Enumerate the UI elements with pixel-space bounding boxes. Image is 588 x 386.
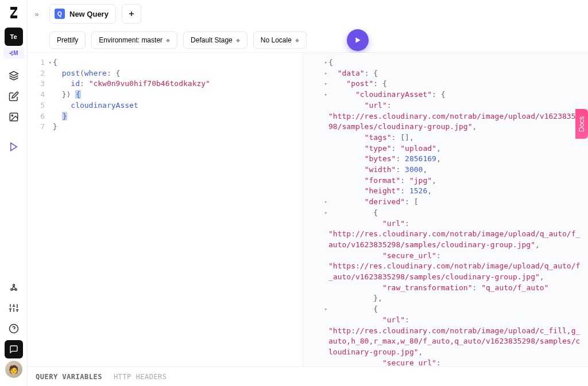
caret-icon: ◆ [166, 37, 170, 43]
query-tab-title: New Query [69, 10, 109, 18]
query-tab[interactable]: Q New Query [49, 4, 116, 24]
docs-tab[interactable]: Docs [575, 109, 588, 139]
toolbar: Prettify Environment: master◆ Default St… [28, 28, 588, 53]
query-variables-tab[interactable]: QUERY VARIABLES [36, 373, 102, 381]
sidebar-item-edit[interactable] [5, 87, 23, 106]
query-editor[interactable]: 1▾{2 post(where: {3 id: "ckw0n9vu0hif70b… [28, 53, 303, 366]
http-headers-tab[interactable]: HTTP HEADERS [114, 373, 167, 381]
svg-point-6 [13, 284, 14, 286]
sidebar-item-help[interactable] [5, 319, 23, 338]
project-selector[interactable]: Te [5, 28, 23, 46]
sidebar-item-playground[interactable] [5, 138, 23, 156]
tab-bar: » Q New Query [28, 0, 588, 28]
result-pane[interactable]: ▾{▾ "data": {▾ "post": {▾ "cloudinaryAss… [303, 53, 588, 366]
query-badge: Q [55, 9, 65, 19]
svg-marker-0 [9, 72, 18, 76]
app-logo[interactable] [7, 6, 21, 20]
sidebar-item-webhooks[interactable] [5, 278, 23, 297]
stage-select[interactable]: Default Stage◆ [183, 32, 247, 49]
locale-select[interactable]: No Locale◆ [253, 32, 307, 49]
caret-icon: ◆ [236, 37, 240, 43]
svg-marker-3 [10, 143, 17, 151]
environment-select[interactable]: Environment: master◆ [91, 32, 177, 49]
svg-marker-20 [355, 37, 360, 42]
sidebar: Te ⊰M 🧑 [0, 0, 28, 386]
collapse-sidebar-icon[interactable]: » [30, 7, 44, 21]
caret-icon: ◆ [295, 37, 299, 43]
sidebar-item-layers[interactable] [5, 67, 23, 85]
sidebar-item-settings[interactable] [5, 299, 23, 317]
run-query-button[interactable] [347, 29, 369, 51]
prettify-button[interactable]: Prettify [49, 32, 86, 49]
sidebar-item-feedback[interactable] [5, 340, 23, 358]
add-tab-button[interactable] [122, 4, 141, 24]
sidebar-item-assets[interactable] [5, 108, 23, 126]
sidebar-submenu-m[interactable]: ⊰M [3, 47, 24, 59]
user-avatar[interactable]: 🧑 [5, 361, 22, 378]
svg-point-2 [11, 115, 13, 116]
bottom-tabs: QUERY VARIABLES HTTP HEADERS [28, 366, 588, 386]
